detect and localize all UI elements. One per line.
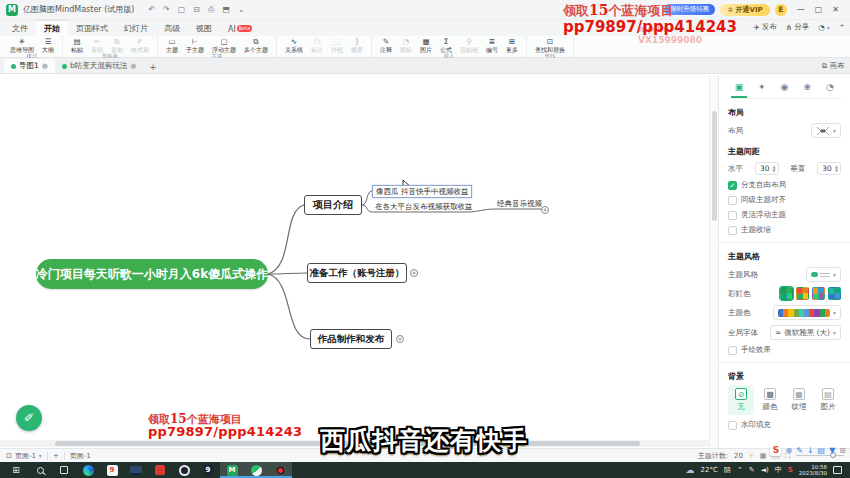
redo-icon[interactable]: ↷ — [160, 5, 173, 15]
floating-assistant-button[interactable]: ✐ — [16, 405, 42, 431]
rainbow-option-2[interactable] — [796, 287, 809, 300]
doc-tab-close-icon[interactable]: ● — [42, 62, 48, 70]
doc-tab-1[interactable]: 导图1 ● — [4, 59, 55, 73]
more-icon[interactable]: ⌄ — [235, 5, 248, 15]
format-painter-button[interactable]: ✐格式刷 — [127, 37, 153, 53]
share-button[interactable]: ⋔分享 — [786, 22, 809, 32]
formula-button[interactable]: Σ公式 — [436, 37, 456, 53]
sidebar-tab-history[interactable]: ◔ — [822, 82, 838, 92]
subtopic-node-platforms[interactable]: 在各大平台发布视频获取收益 — [375, 202, 473, 212]
bg-option-image[interactable]: ▤图片 — [815, 385, 841, 415]
speaker-icon[interactable]: ◄) — [761, 466, 769, 474]
fit-window-icon[interactable]: ▦ — [760, 452, 767, 460]
history-button[interactable]: ◔▾ — [818, 23, 830, 32]
new-file-icon[interactable]: ▢ — [175, 5, 189, 15]
multi-topic-button[interactable]: ⧉多个主题 — [240, 37, 272, 53]
ime-indicator[interactable]: 中 — [775, 465, 782, 475]
save-icon[interactable]: ⎙ — [205, 5, 217, 15]
rainbow-option-3[interactable] — [812, 287, 825, 300]
theme-style-dropdown[interactable]: ▾ — [806, 267, 841, 282]
app-icon-green-toggle[interactable] — [244, 462, 268, 478]
sidebar-tab-theme[interactable]: ❀ — [799, 82, 815, 92]
vertical-scrollbar-thumb[interactable] — [712, 111, 717, 221]
bg-option-texture[interactable]: ▦纹理 — [786, 385, 812, 415]
pen-tool-icon[interactable]: ✎ — [796, 446, 803, 455]
bg-option-color[interactable]: ■颜色 — [757, 385, 783, 415]
tray-expand-icon[interactable]: ⌃ — [737, 466, 743, 474]
relationship-button[interactable]: ∿关系线 — [281, 37, 307, 53]
subtopic-button[interactable]: ⊢子主题 — [182, 37, 208, 53]
weather-condition[interactable]: 阴 — [724, 465, 731, 475]
checkbox-flexible-floating[interactable]: ✓灵活浮动主题 — [728, 210, 841, 220]
theme-color-dropdown[interactable]: ▾ — [773, 305, 841, 320]
tip-icon[interactable]: ⚡ — [749, 452, 754, 460]
tab-view[interactable]: 视图 — [188, 21, 220, 36]
note-button[interactable]: ✎注释 — [376, 37, 396, 53]
clipart-button[interactable]: ⚲剪贴画 — [456, 37, 482, 53]
checkbox-icon[interactable]: ✓ — [728, 421, 737, 430]
subtopic-node-classic-music[interactable]: 经典音乐视频 — [497, 199, 542, 209]
subtopic-node-editing[interactable]: 像西瓜 抖音快手中视频收益 — [372, 185, 472, 198]
tab-advanced[interactable]: 高级 — [156, 21, 188, 36]
rainbow-option-1[interactable] — [780, 287, 793, 300]
taskbar-search-icon[interactable] — [28, 462, 52, 478]
close-button[interactable]: ✕ — [827, 5, 844, 14]
branch-node-produce[interactable]: 作品制作和发布 — [310, 329, 392, 349]
sidebar-tab-layout[interactable]: ▣ — [731, 82, 747, 92]
more-insert-button[interactable]: ⊞更多 — [502, 37, 522, 53]
branch-node-intro[interactable]: 项目介绍 — [304, 195, 362, 215]
screen-tool-logo[interactable]: S — [770, 445, 781, 456]
vertical-scrollbar[interactable] — [709, 75, 718, 448]
topic-button[interactable]: ▭主题 — [162, 37, 182, 53]
cut-button[interactable]: ✂剪切 — [87, 37, 107, 53]
mindmaster-taskbar-icon[interactable]: M — [220, 462, 244, 478]
collapse-ribbon-icon[interactable]: ⌃ — [839, 23, 845, 32]
app-icon-red[interactable] — [148, 462, 172, 478]
canvas-panel-toggle[interactable]: ⧉ 画布 — [822, 61, 844, 71]
tab-ai[interactable]: AIBeta — [220, 23, 260, 36]
add-page-button[interactable]: + — [53, 452, 59, 460]
marker-button[interactable]: ◔图标 — [396, 37, 416, 53]
app-icon-white[interactable]: 9 — [100, 462, 124, 478]
board-tool-icon[interactable]: ▤ — [818, 446, 826, 455]
tray-s-icon[interactable]: S — [788, 466, 793, 474]
find-replace-button[interactable]: ⊡查找和替换 — [531, 37, 569, 53]
checkbox-icon[interactable]: ✓ — [728, 211, 737, 220]
checkbox-topic-collapse[interactable]: ✓主题收缩 — [728, 225, 841, 235]
export-icon[interactable]: ⬒ — [219, 5, 233, 15]
grid-tool-icon[interactable]: ⊞ — [839, 446, 846, 455]
branch-node-prepare[interactable]: 准备工作（账号注册） — [307, 263, 407, 283]
stepper-arrows-icon[interactable]: ▲▼ — [772, 165, 775, 173]
filter-tool-icon[interactable]: ▼ — [829, 446, 835, 455]
page-selector-button[interactable]: ⊡页面-1▾ — [6, 451, 42, 461]
download-tool-icon[interactable]: ↓ — [807, 446, 814, 455]
rainbow-option-4[interactable] — [828, 287, 841, 300]
summary-button[interactable]: ❵概要 — [347, 37, 367, 53]
app-icon-ring[interactable] — [172, 462, 196, 478]
weather-temp[interactable]: 22°C — [701, 466, 718, 474]
global-font-dropdown[interactable]: ≈微软雅黑 (大)▾ — [770, 325, 841, 340]
numbering-button[interactable]: ≣编号 — [482, 37, 502, 53]
boundary-button[interactable]: ⬚外框 — [327, 37, 347, 53]
checkbox-hand-drawn[interactable]: ✓手绘效果 — [728, 345, 841, 355]
vertical-spacing-stepper[interactable]: 30▲▼ — [817, 162, 841, 175]
maximize-button[interactable]: ▢ — [810, 5, 828, 14]
central-topic-node[interactable]: 冷门项目每天听歌一小时月入6k傻瓜式操作 — [36, 259, 268, 289]
tab-file[interactable]: 文件 — [4, 21, 36, 36]
mindmap-canvas[interactable]: 冷门项目每天听歌一小时月入6k傻瓜式操作 项目介绍 像西瓜 抖音快手中视频收益 … — [0, 75, 709, 448]
tab-slides[interactable]: 幻灯片 — [116, 21, 156, 36]
checkbox-watermark[interactable]: ✓水印填充 — [728, 420, 841, 430]
horizontal-spacing-stepper[interactable]: 30▲▼ — [755, 162, 779, 175]
task-view-icon[interactable] — [52, 462, 76, 478]
sidebar-tab-marker[interactable]: ◉ — [777, 82, 793, 92]
checkbox-icon[interactable]: ✓ — [728, 226, 737, 235]
open-file-icon[interactable]: ⊟ — [190, 5, 203, 15]
mindmap-mode-button[interactable]: ✳思维导图 — [6, 37, 38, 53]
stepper-arrows-icon[interactable]: ▲▼ — [835, 165, 838, 173]
minimize-button[interactable]: — — [792, 5, 810, 14]
doc-tab-2[interactable]: b站变天混剪玩法 ● — [55, 59, 143, 73]
start-button[interactable]: ⊞ — [4, 462, 28, 478]
page-tab[interactable]: 页面-1 — [70, 451, 91, 461]
layout-dropdown[interactable]: ▾ — [811, 123, 841, 138]
doc-tab-close-icon[interactable]: ● — [130, 62, 136, 70]
